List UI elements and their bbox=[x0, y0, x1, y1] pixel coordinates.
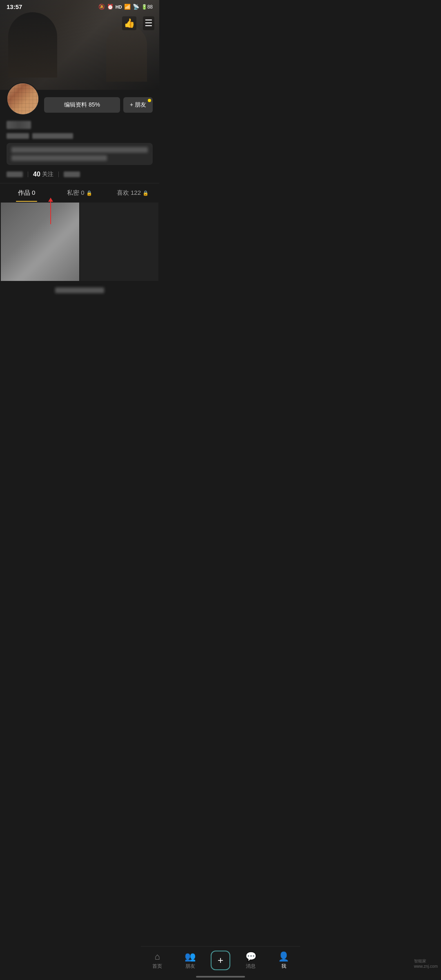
hero-figure-left bbox=[8, 12, 57, 78]
stat-blur-item bbox=[7, 172, 23, 177]
stat-divider-2 bbox=[58, 172, 59, 177]
hero-image: 👍 ☰ bbox=[0, 0, 159, 90]
mute-icon: 🔕 bbox=[98, 4, 105, 10]
battery-icon: 🔋88 bbox=[141, 4, 153, 10]
stats-row: 40 关注 bbox=[7, 171, 153, 183]
profile-top-row: 编辑资料 85% + 朋友 bbox=[7, 90, 153, 115]
stat-divider-1 bbox=[28, 172, 28, 177]
likes-count-blur bbox=[64, 172, 80, 177]
like-button[interactable]: 👍 bbox=[122, 16, 136, 30]
avatar bbox=[7, 82, 39, 115]
tabs-section: 作品 0 私密 0 🔒 喜欢 122 🔒 bbox=[0, 183, 159, 202]
profile-buttons: 编辑资料 85% + 朋友 bbox=[44, 97, 153, 113]
status-icons: 🔕 ⏰ HD 📶 📡 🔋88 bbox=[98, 4, 153, 10]
bio-line-1 bbox=[11, 147, 148, 153]
hero-top-buttons: 👍 ☰ bbox=[122, 16, 154, 30]
username-row bbox=[7, 121, 153, 131]
user-id-row bbox=[7, 133, 153, 139]
following-label: 关注 bbox=[42, 171, 53, 178]
userid-blur bbox=[7, 133, 29, 139]
following-stat: 40 关注 bbox=[33, 171, 53, 178]
stat-blur-item-2 bbox=[64, 172, 80, 177]
tab-private[interactable]: 私密 0 🔒 bbox=[53, 183, 106, 202]
bio-line-2 bbox=[11, 155, 107, 161]
content-item-1[interactable] bbox=[1, 203, 79, 281]
hero-figure-right bbox=[106, 24, 147, 82]
content-section bbox=[0, 202, 159, 324]
username-blur bbox=[7, 121, 31, 129]
signal-icon: 📶 bbox=[124, 4, 131, 10]
following-count: 40 bbox=[33, 171, 40, 178]
tab-likes[interactable]: 喜欢 122 🔒 bbox=[106, 183, 159, 202]
edit-profile-button[interactable]: 编辑资料 85% bbox=[44, 97, 120, 113]
userid-extra-blur bbox=[32, 133, 73, 139]
follower-count-blur bbox=[7, 172, 23, 177]
menu-button[interactable]: ☰ bbox=[143, 16, 154, 30]
add-friend-button[interactable]: + 朋友 bbox=[123, 97, 153, 113]
content-item-2[interactable] bbox=[80, 203, 158, 281]
bio-section bbox=[7, 143, 153, 165]
tabs-row: 作品 0 私密 0 🔒 喜欢 122 🔒 bbox=[0, 183, 159, 202]
friend-notification-dot bbox=[148, 99, 151, 102]
content-image-1 bbox=[1, 203, 79, 281]
content-grid bbox=[1, 203, 158, 281]
profile-section: 编辑资料 85% + 朋友 40 关注 bbox=[0, 90, 159, 183]
wifi-icon: 📡 bbox=[133, 4, 139, 10]
hd-label: HD bbox=[116, 4, 122, 9]
status-time: 13:57 bbox=[7, 3, 22, 10]
bottom-text-blur bbox=[55, 287, 104, 293]
alarm-icon: ⏰ bbox=[107, 4, 114, 10]
status-bar: 13:57 🔕 ⏰ HD 📶 📡 🔋88 bbox=[0, 0, 159, 12]
tab-works[interactable]: 作品 0 bbox=[0, 183, 53, 202]
avatar-image bbox=[7, 83, 38, 114]
